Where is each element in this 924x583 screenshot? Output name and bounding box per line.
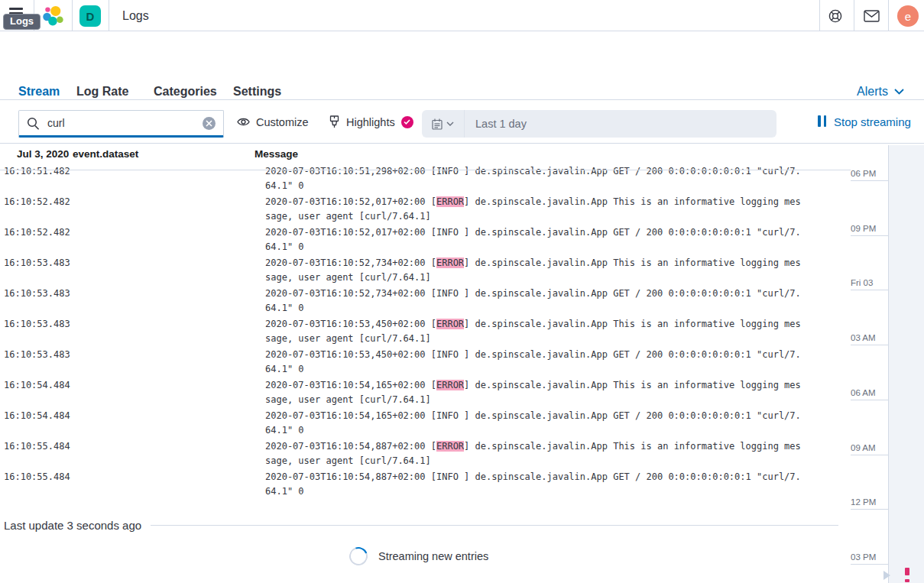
log-message: 2020-07-03T16:10:52,734+02:00 [INFO ] de… [265,287,846,317]
menu-tooltip: Logs [3,14,41,30]
column-dataset: event.dataset [73,148,248,160]
log-message: 2020-07-03T16:10:54,887+02:00 [INFO ] de… [265,470,846,500]
log-message: 2020-07-03T16:10:51,298+02:00 [INFO ] de… [265,164,846,195]
log-row[interactable]: 16:10:55.4842020-07-03T16:10:54,887+02:0… [0,470,851,500]
log-dataset [88,409,265,439]
divider [888,0,889,31]
log-timestamp: 16:10:55.484 [0,470,88,500]
tabs-bar: StreamLog RateCategoriesSettings Alerts [0,31,924,100]
log-row[interactable]: 16:10:53.4832020-07-03T16:10:53,450+02:0… [0,317,851,348]
minimap-density-strip[interactable] [888,145,924,583]
space-avatar[interactable]: D [79,5,101,27]
log-timestamp: 16:10:53.483 [0,256,88,287]
log-dataset [88,225,265,256]
minimap-time-label: 12 PM [851,498,888,510]
log-timestamp: 16:10:53.483 [0,287,88,317]
minimap-time-label: Fri 03 [851,279,888,290]
log-dataset [88,256,265,287]
log-dataset [88,348,265,378]
elastic-logo-glyph [41,5,64,28]
search-term-highlight: ERROR [436,319,464,329]
log-message: 2020-07-03T16:10:53,450+02:00 [INFO ] de… [265,348,846,378]
customize-label: Customize [256,116,309,128]
log-row[interactable]: 16:10:53.4832020-07-03T16:10:52,734+02:0… [0,287,851,317]
log-dataset [88,378,265,409]
search-term-highlight: ERROR [436,380,464,390]
log-dataset [88,317,265,348]
divider [854,0,854,31]
breadcrumb[interactable]: Logs [122,0,149,31]
pause-icon [818,115,826,129]
log-row[interactable]: 16:10:52.4822020-07-03T16:10:52,017+02:0… [0,225,851,256]
date-range-value[interactable]: Last 1 day [465,118,527,130]
log-timestamp: 16:10:53.483 [0,317,88,348]
log-table-header: Jul 3, 2020 event.dataset Message [0,144,851,164]
log-row[interactable]: 16:10:53.4832020-07-03T16:10:53,450+02:0… [0,348,851,378]
log-message: 2020-07-03T16:10:52,734+02:00 [ERROR] de… [265,256,846,287]
stop-streaming-label: Stop streaming [834,115,911,128]
last-update-label: Last update 3 seconds ago [4,519,141,532]
log-row[interactable]: 16:10:51.4822020-07-03T16:10:51,298+02:0… [0,164,851,195]
paint-brush-icon [329,115,340,128]
log-timestamp: 16:10:54.484 [0,409,88,439]
chevron-down-icon [894,89,904,95]
streaming-label: Streaming new entries [378,550,488,562]
minimap-position-pointer [883,571,890,580]
log-dataset [88,287,265,317]
log-timestamp: 16:10:51.482 [0,164,88,195]
column-date: Jul 3, 2020 [0,148,73,160]
highlights-label: Highlights [346,116,395,128]
log-message: 2020-07-03T16:10:54,887+02:00 [ERROR] de… [265,439,846,470]
minimap-search-mark [905,579,909,582]
table-header-border [0,170,851,170]
quick-select-button[interactable] [422,110,465,138]
search-term-highlight: ERROR [436,196,464,207]
minimap-time-label: 09 AM [851,444,888,455]
log-row[interactable]: 16:10:55.4842020-07-03T16:10:54,887+02:0… [0,439,851,470]
customize-button[interactable]: Customize [237,100,309,144]
log-timestamp: 16:10:52.482 [0,195,88,225]
alerts-menu-button[interactable]: Alerts [857,85,904,99]
minimap-time-label: 09 PM [851,225,888,236]
log-dataset [88,470,265,500]
log-toolbar: Customize Highlights [0,100,924,144]
log-dataset [88,164,265,195]
calendar-icon [432,118,443,130]
spinner-icon [346,544,371,568]
log-row[interactable]: 16:10:54.4842020-07-03T16:10:54,165+02:0… [0,378,851,409]
stop-streaming-button[interactable]: Stop streaming [818,100,911,144]
streaming-indicator: Streaming new entries [349,547,488,565]
user-avatar[interactable]: e [897,5,919,27]
log-timestamp: 16:10:54.484 [0,378,88,409]
log-timestamp: 16:10:55.484 [0,439,88,470]
date-range-picker: Last 1 day [422,110,776,138]
log-message: 2020-07-03T16:10:52,017+02:00 [ERROR] de… [265,195,846,225]
log-row[interactable]: 16:10:54.4842020-07-03T16:10:54,165+02:0… [0,409,851,439]
clear-search-icon[interactable] [203,117,216,130]
highlights-active-badge [401,116,413,128]
log-entry-list: 16:10:51.4822020-07-03T16:10:51,298+02:0… [0,164,851,500]
alerts-label: Alerts [857,85,888,99]
divider [109,0,109,31]
search-icon [27,117,40,130]
minimap-time-label: 03 PM [851,553,888,565]
search-box [18,110,224,138]
search-input[interactable] [47,117,203,129]
minimap-time-label: 06 PM [851,170,888,181]
divider [819,0,820,31]
time-minimap: 06 PM09 PMFri 0303 AM06 AM09 AM12 PM03 P… [841,144,924,583]
log-row[interactable]: 16:10:52.4822020-07-03T16:10:52,017+02:0… [0,195,851,225]
highlights-button[interactable]: Highlights [329,100,413,144]
eye-icon [237,117,250,127]
minimap-time-label: 06 AM [851,389,888,400]
help-icon[interactable] [828,8,843,24]
log-row[interactable]: 16:10:53.4832020-07-03T16:10:52,734+02:0… [0,256,851,287]
elastic-logo[interactable] [41,5,64,28]
newsfeed-icon[interactable] [864,10,879,25]
log-message: 2020-07-03T16:10:54,165+02:00 [INFO ] de… [265,409,846,439]
log-timestamp: 16:10:53.483 [0,348,88,378]
log-dataset [88,195,265,225]
chevron-down-icon [446,121,454,126]
minimap-search-mark [905,568,909,575]
column-message: Message [248,148,298,160]
